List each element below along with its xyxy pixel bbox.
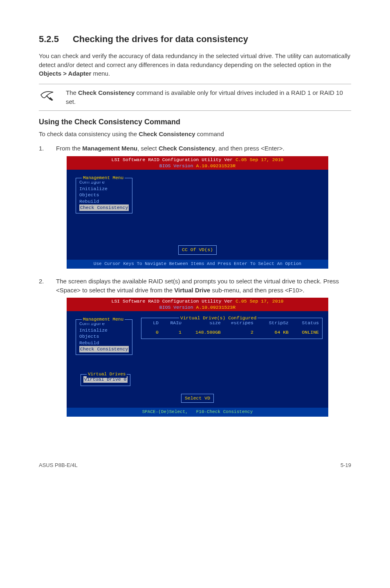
val-status: ONLINE <box>289 329 319 336</box>
bios-version-value: A.10.09231523R <box>196 163 236 168</box>
menu2-item-objects[interactable]: Objects <box>79 333 129 340</box>
step-1: 1. From the Management Menu, select Chec… <box>39 144 351 153</box>
menu-item-objects[interactable]: Objects <box>79 192 129 198</box>
col-status: Status <box>289 320 319 327</box>
s1-pre: From the <box>56 145 82 152</box>
bios2-prompt: Select VD <box>181 394 214 403</box>
val-stripes: 2 <box>221 329 253 336</box>
menu-item-rebuild[interactable]: Rebuild <box>79 198 129 205</box>
bios1-prompt: CC Of VD(s) <box>178 245 217 255</box>
step-2-number: 2. <box>39 277 45 295</box>
menu2-item-check-consistency[interactable]: Check Consistency <box>79 346 129 352</box>
s2-post: sub-menu, and then press <F10>. <box>210 287 304 294</box>
step-2: 2. The screen displays the available RAI… <box>39 277 351 295</box>
virtual-drives-box: Virtual Drives Virtual Drive 0 <box>81 374 130 386</box>
s1-post: , and then press <Enter>. <box>215 145 284 152</box>
svg-line-0 <box>46 96 50 100</box>
section-heading: 5.2.5 Checking the drives for data consi… <box>39 33 351 46</box>
lead-post: command <box>195 130 224 137</box>
step-1-text: From the Management Menu, select Check C… <box>56 144 351 153</box>
lead-pre: To check data consistency using the <box>39 130 139 137</box>
intro-paragraph: You can check and verify the accuracy of… <box>39 52 351 78</box>
note-text: The Check Consistency command is availab… <box>66 88 351 106</box>
bios2-footer: SPACE-(De)Select, F10-Check Consistency <box>67 408 328 417</box>
bios-screenshot-2: LSI Software RAID Configuration Utility … <box>67 298 328 417</box>
intro-bold: Objects > Adapter <box>39 70 91 77</box>
s2-b1: Virtual Drive <box>174 287 210 294</box>
footer-left: ASUS P8B-E/4L <box>39 462 78 469</box>
bios2-footer-b: F10-Check Consistency <box>196 409 253 414</box>
bios-title-ver: C.05 Sep 17, 2010 <box>235 157 283 162</box>
section-title: Checking the drives for data consistency <box>73 33 248 46</box>
bios2-version-value: A.10.09231523R <box>196 305 236 310</box>
management-menu-box-2: Management Menu Configure Initialize Obj… <box>76 319 132 355</box>
management-menu-title: Management Menu <box>82 175 125 182</box>
bios-title-main: LSI Software RAID Configuration Utility … <box>112 157 236 162</box>
s1-mid: , select <box>137 145 159 152</box>
bios2-body: Management Menu Configure Initialize Obj… <box>67 311 328 408</box>
menu2-item-rebuild[interactable]: Rebuild <box>79 340 129 346</box>
col-stripsz: StripSz <box>253 320 289 327</box>
step-2-text: The screen displays the available RAID s… <box>56 277 351 295</box>
val-raid: 1 <box>159 329 182 336</box>
s1-b1: Management Menu <box>82 145 137 152</box>
bios2-footer-a: SPACE-(De)Select, <box>142 409 188 414</box>
bios1-footer: Use Cursor Keys To Navigate Between Item… <box>67 260 328 269</box>
menu2-item-initialize[interactable]: Initialize <box>79 327 129 334</box>
virtual-drives-title: Virtual Drives <box>87 371 127 378</box>
lead-paragraph: To check data consistency using the Chec… <box>39 130 351 139</box>
bios1-body: Management Menu Configure Initialize Obj… <box>67 170 328 260</box>
vd-data-row: 0 1 148.580GB 2 64 KB ONLINE <box>145 329 319 336</box>
step-1-number: 1. <box>39 144 45 153</box>
section-number: 5.2.5 <box>39 33 59 46</box>
menu-item-check-consistency[interactable]: Check Consistency <box>79 204 129 211</box>
note-bold: Check Consistency <box>78 89 134 96</box>
lead-bold: Check Consistency <box>139 130 195 137</box>
virtual-drives-configured-panel: Virtual Drive(s) Configured LD RAID Size… <box>141 318 323 339</box>
subheading: Using the Check Consistency Command <box>39 117 351 127</box>
intro-post: menu. <box>91 70 110 77</box>
management-menu-box: Management Menu Configure Initialize Obj… <box>76 178 132 213</box>
footer-right: 5-19 <box>341 462 351 469</box>
page-footer: ASUS P8B-E/4L 5-19 <box>39 462 351 469</box>
bios2-version-label: BIOS Version <box>159 305 196 310</box>
bios1-header: LSI Software RAID Configuration Utility … <box>67 156 328 170</box>
bios2-title-ver: C.05 Sep 17, 2010 <box>235 298 283 304</box>
bios2-title-main: LSI Software RAID Configuration Utility … <box>112 298 236 304</box>
menu-item-initialize[interactable]: Initialize <box>79 186 129 192</box>
val-stripsz: 64 KB <box>253 329 289 336</box>
intro-pre: You can check and verify the accuracy of… <box>39 52 350 68</box>
val-ld: 0 <box>145 329 159 336</box>
bios-screenshot-1: LSI Software RAID Configuration Utility … <box>67 156 328 269</box>
bios-version-label: BIOS Version <box>159 163 196 168</box>
note-box: The Check Consistency command is availab… <box>39 84 351 111</box>
col-ld: LD <box>145 320 159 327</box>
note-pre: The <box>66 89 78 96</box>
bios2-header: LSI Software RAID Configuration Utility … <box>67 298 328 311</box>
note-icon <box>39 88 55 103</box>
management-menu-title-2: Management Menu <box>82 316 125 323</box>
val-size: 148.580GB <box>182 329 221 336</box>
vd-panel-title: Virtual Drive(s) Configured <box>179 315 258 322</box>
col-raid: RAID <box>159 320 182 327</box>
s1-b2: Check Consistency <box>159 145 215 152</box>
